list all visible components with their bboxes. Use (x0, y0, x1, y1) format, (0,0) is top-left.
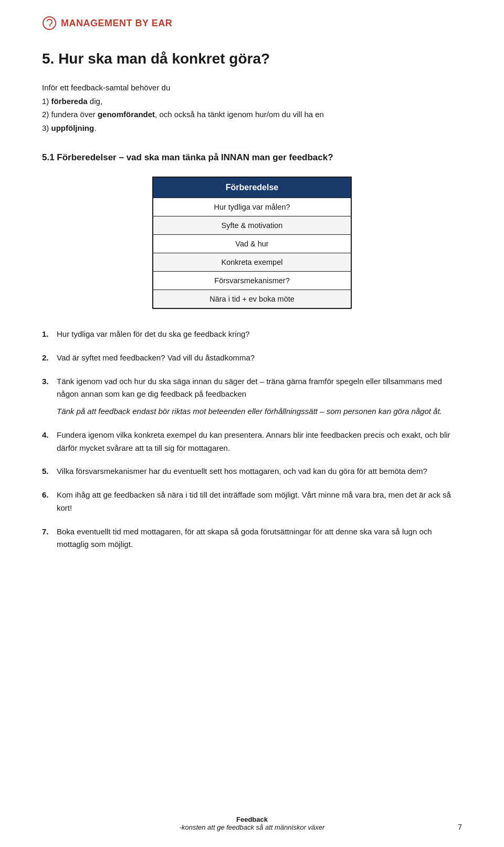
table-cell-4: Konkreta exempel (153, 253, 351, 272)
list-content-3-main: Tänk igenom vad och hur du ska säga inna… (57, 377, 442, 399)
preparation-table-wrapper: Förberedelse Hur tydliga var målen? Syft… (42, 177, 462, 309)
list-content-3: Tänk igenom vad och hur du ska säga inna… (57, 375, 462, 418)
intro-text: Inför ett feedback-samtal behöver du 1) … (42, 81, 462, 135)
header-title: MANAGEMENT by EAR (61, 18, 172, 29)
list-num-4: 4. (42, 429, 51, 455)
svg-point-1 (49, 26, 50, 27)
page-number: 7 (458, 823, 462, 831)
table-row: Vad & hur (153, 235, 351, 253)
list-item-3: 3. Tänk igenom vad och hur du ska säga i… (42, 375, 462, 418)
list-content-6: Kom ihåg att ge feedbacken så nära i tid… (57, 489, 462, 515)
list-num-2: 2. (42, 352, 51, 365)
section-heading: 5.1 Förberedelser – vad ska man tänka på… (42, 151, 462, 164)
intro-item2-bold: genomförandet (98, 110, 155, 119)
header: MANAGEMENT by EAR (42, 16, 462, 30)
intro-item1: 1) förbereda dig, (42, 97, 102, 106)
svg-point-0 (43, 17, 56, 29)
intro-item3-bold: uppföljning (51, 123, 94, 132)
table-cell-1: Hur tydliga var målen? (153, 198, 351, 216)
list-item-2: 2. Vad är syftet med feedbacken? Vad vil… (42, 352, 462, 365)
table-row: Nära i tid + ev boka möte (153, 290, 351, 309)
list-item-4: 4. Fundera igenom vilka konkreta exempel… (42, 429, 462, 455)
list-num-6: 6. (42, 489, 51, 515)
list-item-5: 5. Vilka försvarsmekanismer har du event… (42, 465, 462, 478)
list-content-3-note: Tänk på att feedback endast bör riktas m… (57, 405, 462, 418)
preparation-table: Förberedelse Hur tydliga var målen? Syft… (152, 177, 352, 309)
main-heading: 5. Hur ska man då konkret göra? (42, 49, 462, 68)
footer-title: Feedback (0, 815, 504, 823)
table-row: Konkreta exempel (153, 253, 351, 272)
list-item-6: 6. Kom ihåg att ge feedbacken så nära i … (42, 489, 462, 515)
page-container: MANAGEMENT by EAR 5. Hur ska man då konk… (0, 0, 504, 847)
table-header: Förberedelse (153, 177, 351, 198)
intro-line1: Inför ett feedback-samtal behöver du (42, 83, 170, 92)
numbered-list: 1. Hur tydliga var målen för det du ska … (42, 328, 462, 551)
list-num-7: 7. (42, 525, 51, 552)
footer-subtitle: -konsten att ge feedback så att människo… (0, 823, 504, 831)
list-num-3: 3. (42, 375, 51, 418)
list-content-1: Hur tydliga var målen för det du ska ge … (57, 328, 462, 341)
intro-item2: 2) fundera över genomförandet, och också… (42, 110, 324, 119)
list-item-1: 1. Hur tydliga var målen för det du ska … (42, 328, 462, 341)
list-content-4: Fundera igenom vilka konkreta exempel du… (57, 429, 462, 455)
ear-icon (42, 16, 57, 30)
intro-item3: 3) uppföljning. (42, 123, 96, 132)
list-num-5: 5. (42, 465, 51, 478)
table-cell-6: Nära i tid + ev boka möte (153, 290, 351, 309)
list-num-1: 1. (42, 328, 51, 341)
table-row: Försvarsmekanismer? (153, 272, 351, 290)
table-row: Syfte & motivation (153, 216, 351, 235)
list-content-7: Boka eventuellt tid med mottagaren, för … (57, 525, 462, 552)
intro-item1-bold: förbereda (51, 97, 88, 106)
list-item-7: 7. Boka eventuellt tid med mottagaren, f… (42, 525, 462, 552)
table-cell-5: Försvarsmekanismer? (153, 272, 351, 290)
table-cell-2: Syfte & motivation (153, 216, 351, 235)
table-cell-3: Vad & hur (153, 235, 351, 253)
table-row: Hur tydliga var målen? (153, 198, 351, 216)
list-content-5: Vilka försvarsmekanismer har du eventuel… (57, 465, 462, 478)
page-footer: Feedback -konsten att ge feedback så att… (0, 815, 504, 831)
list-content-2: Vad är syftet med feedbacken? Vad vill d… (57, 352, 462, 365)
